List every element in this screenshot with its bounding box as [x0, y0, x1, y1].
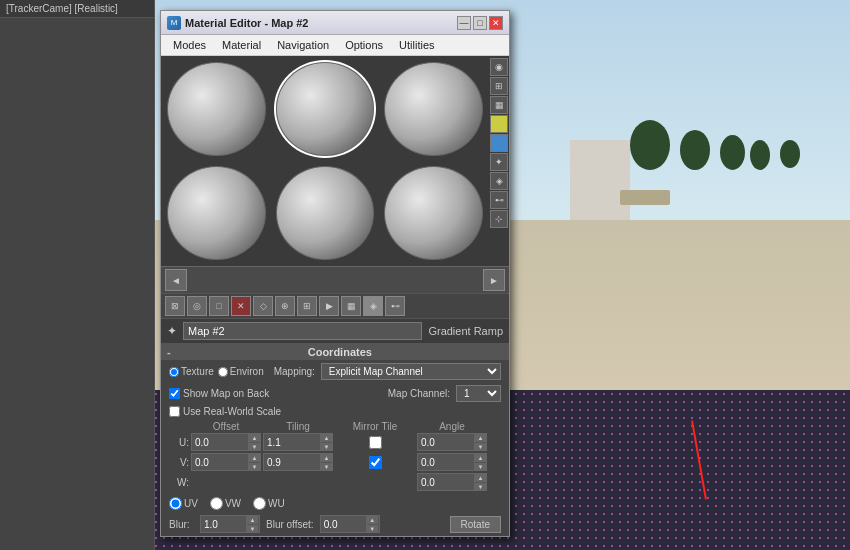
- tool-btn-7[interactable]: ▶: [319, 296, 339, 316]
- side-btn-8[interactable]: ⊹: [490, 210, 508, 228]
- v-angle-input[interactable]: [418, 456, 474, 469]
- show-map-checkbox[interactable]: [169, 388, 180, 399]
- uv-radio[interactable]: [169, 497, 182, 510]
- tool-btn-9[interactable]: ◈: [363, 296, 383, 316]
- side-btn-6[interactable]: ◈: [490, 172, 508, 190]
- v-offset-down[interactable]: ▼: [249, 462, 260, 470]
- v-offset-spin: ▲ ▼: [248, 454, 260, 470]
- v-tiling-down[interactable]: ▼: [321, 462, 332, 470]
- side-btn-7[interactable]: ⊷: [490, 191, 508, 209]
- blur-down[interactable]: ▼: [247, 524, 258, 532]
- u-angle-up[interactable]: ▲: [475, 434, 486, 442]
- v-offset-input[interactable]: [192, 456, 248, 469]
- left-panel: [TrackerCame] [Realistic]: [0, 0, 155, 550]
- tool-btn-4[interactable]: ◇: [253, 296, 273, 316]
- v-tiling-up[interactable]: ▲: [321, 454, 332, 462]
- maximize-button[interactable]: □: [473, 16, 487, 30]
- v-tiling-input-group: ▲ ▼: [263, 453, 333, 471]
- blur-offset-up[interactable]: ▲: [367, 516, 378, 524]
- realworld-checkbox-label[interactable]: Use Real-World Scale: [169, 406, 281, 417]
- tool-btn-3[interactable]: □: [209, 296, 229, 316]
- preview-sphere-4[interactable]: [167, 166, 266, 260]
- u-angle-spin: ▲ ▼: [474, 434, 486, 450]
- tool-btn-2[interactable]: ◎: [187, 296, 207, 316]
- mapping-select[interactable]: Explicit Map Channel UV Channel Planar: [321, 363, 501, 380]
- preview-sphere-6[interactable]: [384, 166, 483, 260]
- v-angle-up[interactable]: ▲: [475, 454, 486, 462]
- tree-2: [680, 130, 710, 170]
- w-angle-input[interactable]: [418, 476, 474, 489]
- u-tiling-input-group: ▲ ▼: [263, 433, 333, 451]
- tool-btn-6[interactable]: ⊞: [297, 296, 317, 316]
- uv-radio-label[interactable]: UV: [169, 497, 198, 510]
- u-angle-down[interactable]: ▼: [475, 442, 486, 450]
- side-btn-3[interactable]: ▦: [490, 96, 508, 114]
- texture-radio-label[interactable]: Texture: [169, 366, 214, 377]
- preview-sphere-2[interactable]: [276, 62, 375, 156]
- blur-up[interactable]: ▲: [247, 516, 258, 524]
- u-offset-up[interactable]: ▲: [249, 434, 260, 442]
- menu-navigation[interactable]: Navigation: [269, 37, 337, 53]
- blur-offset-input[interactable]: [321, 518, 366, 531]
- vw-radio-label[interactable]: VW: [210, 497, 241, 510]
- menu-modes[interactable]: Modes: [165, 37, 214, 53]
- tool-btn-1[interactable]: ⊠: [165, 296, 185, 316]
- nav-row: ◄ ►: [161, 266, 509, 293]
- environ-radio-label[interactable]: Environ: [218, 366, 264, 377]
- show-map-checkbox-label[interactable]: Show Map on Back: [169, 388, 269, 399]
- w-angle-up[interactable]: ▲: [475, 474, 486, 482]
- w-row: W: ▲ ▼: [169, 473, 501, 491]
- blur-input-group: ▲ ▼: [200, 515, 260, 533]
- tree-5: [780, 140, 800, 168]
- rotate-button[interactable]: Rotate: [450, 516, 501, 533]
- vw-radio[interactable]: [210, 497, 223, 510]
- tool-btn-5[interactable]: ⊕: [275, 296, 295, 316]
- u-tiling-up[interactable]: ▲: [321, 434, 332, 442]
- preview-sphere-5[interactable]: [276, 166, 375, 260]
- side-btn-2[interactable]: ⊞: [490, 77, 508, 95]
- coord-collapse-btn[interactable]: -: [167, 346, 171, 358]
- v-offset-up[interactable]: ▲: [249, 454, 260, 462]
- u-offset-input[interactable]: [192, 436, 248, 449]
- tool-btn-8[interactable]: ▦: [341, 296, 361, 316]
- map-channel-select[interactable]: 1 2 3: [456, 385, 501, 402]
- tool-btn-x[interactable]: ✕: [231, 296, 251, 316]
- side-btn-color2[interactable]: [490, 134, 508, 152]
- tree-3: [720, 135, 745, 170]
- material-editor-icon: M: [167, 16, 181, 30]
- preview-sphere-3[interactable]: [384, 62, 483, 156]
- wu-radio-label[interactable]: WU: [253, 497, 285, 510]
- close-button[interactable]: ✕: [489, 16, 503, 30]
- v-tiling-input[interactable]: [264, 456, 320, 469]
- preview-sphere-1[interactable]: [167, 62, 266, 156]
- menu-material[interactable]: Material: [214, 37, 269, 53]
- blur-offset-down[interactable]: ▼: [367, 524, 378, 532]
- u-mirror-checkbox[interactable]: [369, 436, 382, 449]
- v-mirror-checkbox[interactable]: [369, 456, 382, 469]
- wand-icon: ✦: [167, 324, 177, 338]
- environ-radio[interactable]: [218, 367, 228, 377]
- side-btn-1[interactable]: ◉: [490, 58, 508, 76]
- side-btn-5[interactable]: ✦: [490, 153, 508, 171]
- side-btn-color1[interactable]: [490, 115, 508, 133]
- menu-options[interactable]: Options: [337, 37, 391, 53]
- wu-radio[interactable]: [253, 497, 266, 510]
- title-text: Material Editor - Map #2: [185, 17, 308, 29]
- menu-utilities[interactable]: Utilities: [391, 37, 442, 53]
- realworld-checkbox[interactable]: [169, 406, 180, 417]
- u-offset-down[interactable]: ▼: [249, 442, 260, 450]
- prev-btn[interactable]: ◄: [165, 269, 187, 291]
- v-angle-spin: ▲ ▼: [474, 454, 486, 470]
- minimize-button[interactable]: —: [457, 16, 471, 30]
- map-select[interactable]: Map #2: [183, 322, 422, 340]
- v-angle-down[interactable]: ▼: [475, 462, 486, 470]
- u-tiling-down[interactable]: ▼: [321, 442, 332, 450]
- texture-radio[interactable]: [169, 367, 179, 377]
- blur-input[interactable]: [201, 518, 246, 531]
- w-angle-down[interactable]: ▼: [475, 482, 486, 490]
- left-panel-header: [TrackerCame] [Realistic]: [0, 0, 154, 18]
- next-btn[interactable]: ►: [483, 269, 505, 291]
- u-tiling-input[interactable]: [264, 436, 320, 449]
- u-angle-input[interactable]: [418, 436, 474, 449]
- tool-btn-10[interactable]: ⊷: [385, 296, 405, 316]
